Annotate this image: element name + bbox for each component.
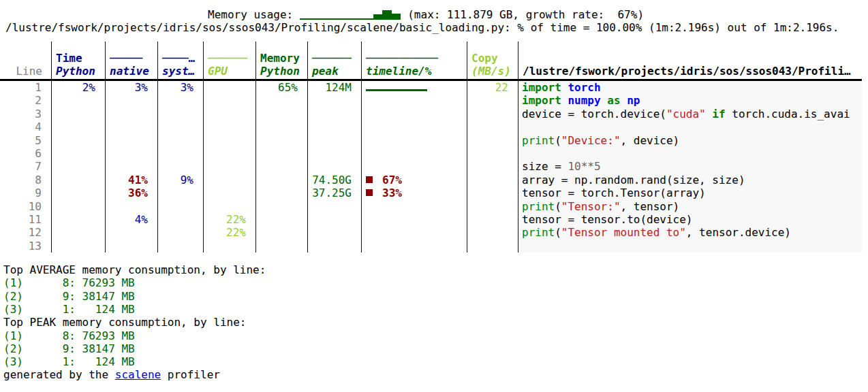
cell-gpu bbox=[204, 240, 255, 252]
memory-sparkline bbox=[300, 10, 401, 20]
memory-summary-line: (2) 9: 38147 MB bbox=[3, 290, 868, 303]
cell-native: 4% bbox=[106, 213, 157, 226]
memory-usage-stats: (max: 111.879 GB, growth rate: 67%) bbox=[407, 8, 644, 21]
column-gpu: ──────GPU22%22% bbox=[203, 42, 255, 252]
cell-native bbox=[106, 160, 157, 173]
cell-copy bbox=[467, 94, 518, 107]
code-line bbox=[518, 147, 862, 160]
line-number: 9 bbox=[0, 186, 51, 199]
cell-mem_python bbox=[256, 120, 307, 133]
cell-native: 41% bbox=[106, 174, 157, 186]
cell-timeline bbox=[362, 94, 467, 107]
column-line: Line12345678910111213 bbox=[0, 42, 51, 252]
file-summary: /lustre/fswork/projects/idris/sos/ssos04… bbox=[0, 21, 868, 35]
cell-native: 36% bbox=[106, 186, 157, 199]
timeline-bar bbox=[366, 89, 427, 91]
timeline-marker-icon bbox=[366, 176, 373, 183]
timeline-percent: 67% bbox=[382, 174, 402, 186]
cell-python bbox=[52, 200, 105, 213]
line-number: 8 bbox=[0, 174, 51, 186]
cell-gpu bbox=[204, 160, 255, 173]
column-peak: ──────peak124M74.50G37.25G bbox=[307, 42, 361, 252]
cell-gpu: 22% bbox=[204, 226, 255, 239]
cell-peak bbox=[308, 200, 361, 213]
column-header-timeline: ───────────timeline/% bbox=[362, 42, 467, 81]
memory-summary-line: (3) 1: 124 MB bbox=[3, 355, 868, 368]
cell-timeline bbox=[362, 213, 467, 226]
code-line: print("Tensor:", tensor) bbox=[518, 200, 862, 213]
cell-python bbox=[52, 160, 105, 173]
cell-peak bbox=[308, 147, 361, 160]
column-header-system: ────…syst… bbox=[158, 42, 203, 81]
cell-native bbox=[106, 120, 157, 133]
column-native: ─────native3%41%36%4% bbox=[105, 42, 157, 252]
cell-native bbox=[106, 226, 157, 239]
cell-gpu: 22% bbox=[204, 213, 255, 226]
cell-gpu bbox=[204, 94, 255, 107]
line-number: 13 bbox=[0, 240, 51, 252]
code-line: print("Device:", device) bbox=[518, 134, 862, 147]
cell-gpu bbox=[204, 81, 255, 94]
cell-copy bbox=[467, 134, 518, 147]
memory-summary-line: Top PEAK memory consumption, by line: bbox=[3, 316, 868, 329]
cell-peak bbox=[308, 240, 361, 252]
cell-copy bbox=[467, 120, 518, 133]
cell-python bbox=[52, 120, 105, 133]
cell-copy bbox=[467, 160, 518, 173]
cell-timeline bbox=[362, 108, 467, 120]
cell-system bbox=[158, 200, 203, 213]
cell-python bbox=[52, 186, 105, 199]
cell-copy bbox=[467, 147, 518, 160]
cell-timeline bbox=[362, 160, 467, 173]
cell-copy bbox=[467, 174, 518, 186]
cell-system bbox=[158, 240, 203, 252]
cell-system bbox=[158, 160, 203, 173]
cell-native bbox=[106, 240, 157, 252]
memory-usage-line: Memory usage: (max: 111.879 GB, growth r… bbox=[0, 0, 868, 21]
cell-python bbox=[52, 174, 105, 186]
cell-timeline bbox=[362, 200, 467, 213]
cell-gpu bbox=[204, 108, 255, 120]
cell-peak bbox=[308, 134, 361, 147]
code-line: tensor = torch.Tensor(array) bbox=[518, 186, 862, 199]
code-line: import numpy as np bbox=[518, 94, 862, 107]
cell-peak bbox=[308, 94, 361, 107]
line-number: 11 bbox=[0, 213, 51, 226]
column-header-peak: ──────peak bbox=[308, 42, 361, 81]
cell-copy: 22 bbox=[467, 81, 518, 94]
timeline-percent: 33% bbox=[382, 186, 402, 199]
cell-copy bbox=[467, 213, 518, 226]
memory-summary-line: (1) 8: 76293 MB bbox=[3, 276, 868, 289]
cell-copy bbox=[467, 240, 518, 252]
cell-system bbox=[158, 186, 203, 199]
column-header-native: ─────native bbox=[106, 42, 157, 81]
scalene-link[interactable]: scalene bbox=[115, 368, 161, 381]
column-code: /lustre/fswork/projects/idris/sos/ssos04… bbox=[518, 42, 862, 252]
cell-mem_python bbox=[256, 200, 307, 213]
cell-python bbox=[52, 94, 105, 107]
cell-mem_python bbox=[256, 226, 307, 239]
column-python: TimePython2% bbox=[51, 42, 105, 252]
cell-mem_python bbox=[256, 186, 307, 199]
cell-peak bbox=[308, 213, 361, 226]
line-number: 3 bbox=[0, 108, 51, 120]
cell-mem_python bbox=[256, 134, 307, 147]
cell-mem_python bbox=[256, 147, 307, 160]
cell-copy bbox=[467, 108, 518, 120]
cell-system bbox=[158, 134, 203, 147]
cell-native bbox=[106, 94, 157, 107]
cell-timeline bbox=[362, 134, 467, 147]
cell-native bbox=[106, 134, 157, 147]
column-header-code: /lustre/fswork/projects/idris/sos/ssos04… bbox=[518, 42, 862, 81]
memory-summary-line: generated by the scalene profiler bbox=[3, 368, 868, 381]
code-line: size = 10**5 bbox=[518, 160, 862, 173]
cell-python bbox=[52, 213, 105, 226]
column-system: ────…syst…3%9% bbox=[157, 42, 203, 252]
code-line: tensor = tensor.to(device) bbox=[518, 213, 862, 226]
cell-system bbox=[158, 94, 203, 107]
cell-mem_python bbox=[256, 213, 307, 226]
line-number: 6 bbox=[0, 147, 51, 160]
cell-timeline bbox=[362, 81, 467, 94]
column-header-gpu: ──────GPU bbox=[204, 42, 255, 81]
cell-copy bbox=[467, 200, 518, 213]
